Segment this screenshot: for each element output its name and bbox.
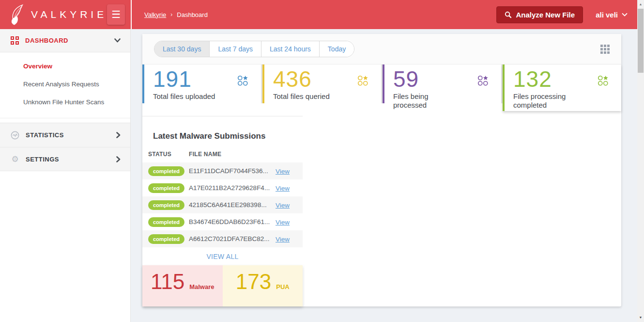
stat-label: Files processing completed [513,92,621,109]
analyze-new-file-button[interactable]: Analyze New File [496,6,583,23]
table-row: completed 42185C6A641EE298398... View [142,196,303,213]
totals-row: 115 Malware 173 PUA [142,265,303,306]
stat-label: Total files queried [273,92,381,100]
header-brand-area: VALKYRIE ☰ [0,0,131,29]
stat-card-total-files-uploaded: 191 Total files uploaded [142,64,261,103]
sidebar-group: STATISTICS ⚙ SETTINGS [0,123,130,171]
hamburger-menu-icon[interactable]: ☰ [107,4,125,25]
widget-title: Latest Malware Submissions [153,131,303,141]
breadcrumb-separator: › [170,11,172,18]
column-header-status: STATUS [142,151,189,158]
chevron-down-icon [114,38,121,43]
tab-last-24-hours[interactable]: Last 24 hours [261,41,320,57]
file-name: A17E0211B2A2729628F4... [189,184,276,192]
submissions-table-header: STATUS FILE NAME [142,151,303,162]
brand: VALKYRIE [9,3,107,26]
filter-toolbar: Last 30 days Last 7 days Last 24 hours T… [142,34,621,64]
scroll-down-icon[interactable]: ▼ [637,314,644,321]
view-link[interactable]: View [276,236,290,243]
user-name: ali veli [596,11,618,19]
file-name: E11F11DCADF7044F536... [189,167,276,175]
table-row: completed B34674E6DDAB6D23F61... View [142,213,303,230]
status-badge: completed [148,200,184,210]
latest-malware-submissions-widget: Latest Malware Submissions STATUS FILE N… [142,116,303,306]
status-badge: completed [148,234,184,244]
sidebar-section-label: DASHBOARD [25,37,114,44]
sidebar-section-settings[interactable]: ⚙ SETTINGS [0,147,130,171]
view-link[interactable]: View [276,185,290,192]
sidebar: DASHBOARD Overview Recent Analysis Reque… [0,29,131,322]
sidebar-item-overview[interactable]: Overview [0,57,130,75]
pua-count: 173 [236,271,271,292]
analyze-button-label: Analyze New File [516,11,575,19]
stat-label: Files being processed [393,92,501,109]
stat-label: Total files uploaded [153,92,261,100]
breadcrumb-current: Dashboard [177,11,208,18]
chevron-down-icon [622,13,628,16]
date-filter-tabs: Last 30 days Last 7 days Last 24 hours T… [154,41,354,57]
malware-total-box: 115 Malware [142,265,223,306]
pua-label: PUA [276,283,289,290]
statistics-pulse-icon [11,131,19,140]
file-name: 42185C6A641EE298398... [189,201,276,209]
column-header-file-name: FILE NAME [189,151,276,158]
view-link[interactable]: View [276,168,290,175]
app-root: VALKYRIE ☰ Valkyrie › Dashboard Analyze … [0,0,644,322]
submissions-table: STATUS FILE NAME completed E11F11DCADF70… [142,151,303,247]
grid-view-icon[interactable] [600,45,610,54]
file-name: B34674E6DDAB6D23F61... [189,218,276,225]
circles-star-icon [598,75,609,88]
dashboard-panel: Last 30 days Last 7 days Last 24 hours T… [142,34,621,306]
view-link[interactable]: View [276,202,290,209]
file-name: A6612C7021DFA7EBC82... [189,235,276,242]
view-all-row: VIEW ALL [142,247,303,265]
chevron-right-icon [116,132,121,138]
user-menu[interactable]: ali veli [596,11,628,19]
header: VALKYRIE ☰ Valkyrie › Dashboard Analyze … [0,0,637,29]
dashboard-grid-icon [11,36,19,45]
tab-today[interactable]: Today [320,41,354,57]
sidebar-section-dashboard[interactable]: DASHBOARD [0,29,130,52]
breadcrumb-root-link[interactable]: Valkyrie [144,11,166,18]
stat-cards-row: 191 Total files uploaded 436 Total files… [142,64,621,103]
status-badge: completed [148,217,184,227]
tab-last-30-days[interactable]: Last 30 days [154,41,210,57]
circles-star-icon [237,75,248,88]
status-badge: completed [148,183,184,193]
chevron-right-icon [116,156,121,162]
circles-star-icon [477,75,489,88]
vertical-scrollbar[interactable]: ▲ ▼ [637,0,644,322]
gear-icon: ⚙ [11,154,19,164]
table-row: completed A17E0211B2A2729628F4... View [142,179,303,196]
scrollbar-thumb[interactable] [638,9,644,73]
stat-card-files-processing-completed: 132 Files processing completed [503,64,621,111]
sidebar-section-label: STATISTICS [26,131,116,139]
dashboard-submenu: Overview Recent Analysis Requests Unknow… [0,52,130,118]
valkyrie-logo-icon [9,3,27,26]
brand-name: VALKYRIE [31,9,107,20]
stat-card-total-files-queried: 436 Total files queried [262,64,381,103]
main-content: Last 30 days Last 7 days Last 24 hours T… [131,29,637,322]
header-main: Valkyrie › Dashboard Analyze New File al… [131,0,637,29]
view-all-link[interactable]: VIEW ALL [206,253,238,260]
table-row: completed E11F11DCADF7044F536... View [142,162,303,179]
malware-count: 115 [151,271,184,292]
sidebar-item-unknown-file-hunter-scans[interactable]: Unknown File Hunter Scans [0,93,130,111]
pua-total-box: 173 PUA [223,265,303,306]
stat-card-files-being-processed: 59 Files being processed [383,64,501,103]
sidebar-section-label: SETTINGS [26,156,116,163]
sidebar-item-recent-analysis-requests[interactable]: Recent Analysis Requests [0,75,130,93]
scroll-up-icon[interactable]: ▲ [637,1,644,8]
malware-label: Malware [189,283,214,290]
sidebar-section-statistics[interactable]: STATISTICS [0,123,130,147]
view-link[interactable]: View [276,219,290,226]
table-row: completed A6612C7021DFA7EBC82... View [142,230,303,247]
status-badge: completed [148,166,184,176]
circles-star-icon [357,75,368,88]
breadcrumb: Valkyrie › Dashboard [144,11,208,18]
search-icon [505,11,512,18]
tab-last-7-days[interactable]: Last 7 days [210,41,261,57]
